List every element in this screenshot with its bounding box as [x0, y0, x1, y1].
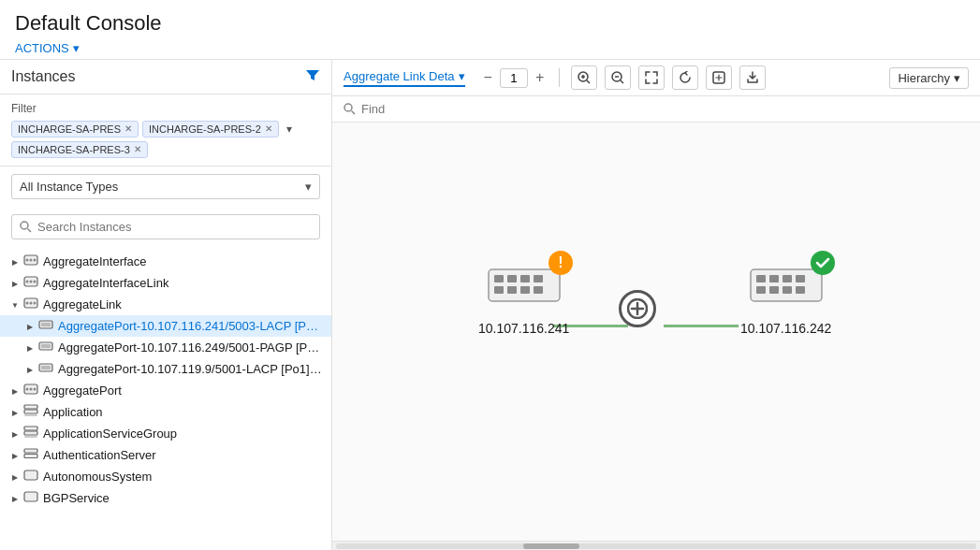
- svg-rect-33: [24, 492, 37, 501]
- diagram-name-select[interactable]: Aggregate Link Deta ▾: [344, 69, 465, 87]
- filter-icon[interactable]: [305, 67, 320, 86]
- svg-rect-15: [41, 323, 51, 326]
- tree-item-aggregateinterface[interactable]: AggregateInterface: [0, 251, 331, 272]
- hierarchy-arrow-icon: ▾: [954, 71, 960, 85]
- tree-icon-bgpservice: [22, 490, 39, 506]
- svg-rect-19: [41, 366, 51, 369]
- tree-label-applicationservicegroup: ApplicationServiceGroup: [43, 427, 177, 441]
- svg-point-22: [30, 388, 33, 391]
- tree-label-autonomoussystem: AutonomousSystem: [43, 470, 152, 484]
- link-node[interactable]: [619, 290, 656, 327]
- filter-tags-row-2: INCHARGE-SA-PRES-3 ✕: [11, 141, 320, 158]
- svg-rect-24: [24, 405, 37, 409]
- svg-point-13: [34, 302, 37, 305]
- tree-item-aggregateport-2[interactable]: AggregatePort-10.107.116.249/5001-PAGP […: [0, 337, 331, 358]
- tree-icon-application: [22, 404, 39, 420]
- svg-point-42: [344, 104, 352, 111]
- expand-button[interactable]: [638, 65, 665, 90]
- tree-icon-aggregateinterfacelink: [22, 275, 39, 291]
- instance-type-label: All Instance Types: [20, 180, 118, 194]
- tree-item-applicationservicegroup[interactable]: ApplicationServiceGroup: [0, 423, 331, 444]
- filter-expand-arrow[interactable]: ▾: [286, 123, 292, 136]
- fit-button[interactable]: [706, 65, 732, 90]
- expand-arrow-ap1: [22, 321, 37, 331]
- actions-button[interactable]: ACTIONS ▾: [15, 41, 80, 55]
- refresh-button[interactable]: [672, 65, 698, 90]
- svg-rect-31: [24, 455, 37, 458]
- export-button[interactable]: [739, 65, 766, 90]
- tree-label-bgpservice: BGPService: [43, 491, 110, 505]
- filter-tag-3: INCHARGE-SA-PRES-3 ✕: [11, 141, 148, 158]
- svg-rect-62: [783, 275, 792, 282]
- tree-label-aggregatelink: AggregateLink: [43, 297, 122, 311]
- svg-rect-28: [24, 431, 37, 435]
- svg-rect-29: [24, 436, 37, 438]
- tree-icon-aggregateinterface: [22, 253, 39, 269]
- node-left: !: [478, 262, 569, 336]
- diagram-canvas: !: [332, 123, 980, 541]
- network-diagram: !: [422, 215, 890, 449]
- tree-label-application: Application: [43, 405, 103, 419]
- diagram-name-arrow-icon: ▾: [459, 69, 465, 83]
- svg-point-4: [30, 259, 33, 262]
- tree-item-aggregateport-3[interactable]: AggregatePort-10.107.119.9/5001-LACP [Po…: [0, 358, 331, 380]
- tree-item-authenticationserver[interactable]: AuthenticationServer: [0, 444, 331, 466]
- hierarchy-select[interactable]: Hierarchy ▾: [889, 67, 969, 89]
- tree-label-ap2: AggregatePort-10.107.116.249/5001-PAGP […: [58, 340, 324, 355]
- search-box: [11, 214, 320, 239]
- expand-arrow-bgpservice: [7, 493, 22, 503]
- expand-arrow-ap3: [22, 364, 37, 374]
- tree-icon-ap3: [37, 361, 54, 377]
- svg-rect-17: [41, 344, 51, 348]
- warning-badge: !: [549, 251, 573, 278]
- filter-tag-2-close[interactable]: ✕: [265, 124, 272, 134]
- filter-label: Filter: [11, 102, 320, 115]
- instance-type-dropdown[interactable]: All Instance Types ▾: [11, 174, 320, 199]
- node-right-label: 10.107.116.242: [740, 321, 831, 336]
- node-right: 10.107.116.242: [740, 262, 831, 336]
- page-number-input[interactable]: [500, 68, 528, 88]
- node-center[interactable]: [619, 290, 656, 327]
- tree-item-autonomoussystem[interactable]: AutonomousSystem: [0, 466, 331, 487]
- fit-icon: [712, 71, 725, 84]
- zoom-out-button[interactable]: [605, 65, 631, 90]
- scrollbar-thumb[interactable]: [523, 543, 579, 549]
- bottom-scrollbar[interactable]: [332, 541, 980, 550]
- search-input[interactable]: [37, 220, 312, 234]
- svg-line-43: [352, 111, 356, 115]
- diagram-search: [332, 96, 980, 123]
- svg-point-58: [811, 251, 835, 275]
- svg-rect-51: [494, 286, 504, 294]
- hierarchy-label: Hierarchy: [898, 71, 950, 85]
- svg-point-7: [26, 281, 29, 283]
- svg-rect-50: [534, 275, 543, 282]
- tree-icon-authenticationserver: [22, 447, 39, 463]
- diagram-name-label: Aggregate Link Deta: [344, 69, 455, 83]
- tree-item-aggregateport[interactable]: AggregatePort: [0, 380, 331, 401]
- page-prev-button[interactable]: −: [480, 69, 496, 86]
- tree-item-aggregateport-1[interactable]: AggregatePort-10.107.116.241/5003-LACP […: [0, 315, 331, 337]
- zoom-in-button[interactable]: [571, 65, 597, 90]
- filter-tag-1-close[interactable]: ✕: [124, 124, 132, 134]
- expand-arrow-authenticationserver: [7, 450, 22, 460]
- filter-tag-1: INCHARGE-SA-PRES ✕: [11, 121, 139, 138]
- diagram-search-input[interactable]: [361, 102, 519, 116]
- tree-item-application[interactable]: Application: [0, 401, 331, 423]
- page-next-button[interactable]: +: [532, 69, 548, 86]
- tree-item-bgpservice[interactable]: BGPService: [0, 487, 331, 509]
- tree-item-aggregatelink[interactable]: AggregateLink: [0, 294, 331, 315]
- svg-line-37: [587, 80, 590, 83]
- tree-item-aggregateinterfacelink[interactable]: AggregateInterfaceLink: [0, 272, 331, 294]
- toolbar-separator-1: [559, 68, 560, 87]
- expand-arrow-aggregatelink: [7, 299, 22, 310]
- svg-rect-65: [769, 286, 779, 294]
- connector-line-right: [664, 325, 739, 327]
- expand-arrow-aggregateinterface: [7, 256, 22, 267]
- filter-tag-3-close[interactable]: ✕: [134, 145, 141, 154]
- search-icon: [20, 221, 32, 233]
- filter-tag-2: INCHARGE-SA-PRES-2 ✕: [142, 121, 279, 138]
- zoom-out-icon: [611, 71, 624, 84]
- tree-icon-aggregatelink: [22, 297, 39, 312]
- page-nav: − +: [480, 68, 549, 88]
- device-icon-left: !: [487, 262, 562, 313]
